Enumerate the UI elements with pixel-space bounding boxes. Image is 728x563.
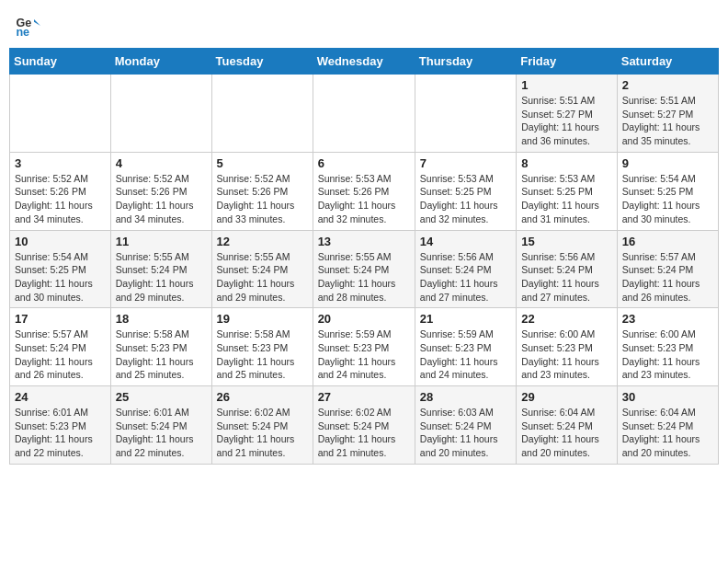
day-number: 29 — [521, 390, 612, 404]
calendar-cell: 23Sunrise: 6:00 AM Sunset: 5:23 PM Dayli… — [617, 308, 718, 386]
day-info: Sunrise: 5:56 AM Sunset: 5:24 PM Dayligh… — [420, 250, 511, 304]
calendar-cell: 17Sunrise: 5:57 AM Sunset: 5:24 PM Dayli… — [10, 308, 111, 386]
day-number: 25 — [116, 390, 207, 404]
calendar-cell: 13Sunrise: 5:55 AM Sunset: 5:24 PM Dayli… — [313, 230, 415, 308]
calendar-header-wednesday: Wednesday — [313, 49, 415, 75]
calendar-cell — [415, 75, 516, 153]
logo: Ge ne — [15, 13, 42, 39]
day-info: Sunrise: 5:55 AM Sunset: 5:24 PM Dayligh… — [217, 250, 308, 304]
day-number: 22 — [521, 312, 612, 326]
calendar-week-row: 1Sunrise: 5:51 AM Sunset: 5:27 PM Daylig… — [10, 75, 719, 153]
day-info: Sunrise: 6:02 AM Sunset: 5:24 PM Dayligh… — [217, 406, 308, 460]
calendar-week-row: 24Sunrise: 6:01 AM Sunset: 5:23 PM Dayli… — [10, 386, 719, 465]
calendar-cell: 7Sunrise: 5:53 AM Sunset: 5:25 PM Daylig… — [415, 152, 516, 230]
day-number: 10 — [15, 235, 106, 248]
calendar-cell — [313, 75, 415, 153]
calendar-cell: 20Sunrise: 5:59 AM Sunset: 5:23 PM Dayli… — [313, 308, 415, 386]
day-info: Sunrise: 5:52 AM Sunset: 5:26 PM Dayligh… — [217, 172, 308, 226]
day-number: 7 — [420, 156, 511, 170]
calendar-cell: 18Sunrise: 5:58 AM Sunset: 5:23 PM Dayli… — [110, 308, 211, 386]
day-info: Sunrise: 5:59 AM Sunset: 5:23 PM Dayligh… — [420, 327, 511, 382]
day-number: 27 — [318, 390, 410, 404]
calendar-cell: 4Sunrise: 5:52 AM Sunset: 5:26 PM Daylig… — [110, 152, 211, 230]
day-info: Sunrise: 6:00 AM Sunset: 5:23 PM Dayligh… — [622, 327, 713, 382]
day-number: 21 — [420, 312, 511, 326]
calendar-cell: 3Sunrise: 5:52 AM Sunset: 5:26 PM Daylig… — [10, 152, 111, 230]
calendar-cell: 11Sunrise: 5:55 AM Sunset: 5:24 PM Dayli… — [110, 230, 211, 308]
calendar-cell: 10Sunrise: 5:54 AM Sunset: 5:25 PM Dayli… — [10, 230, 111, 308]
day-info: Sunrise: 5:54 AM Sunset: 5:25 PM Dayligh… — [15, 250, 106, 304]
day-info: Sunrise: 5:51 AM Sunset: 5:27 PM Dayligh… — [521, 94, 612, 148]
calendar-cell: 29Sunrise: 6:04 AM Sunset: 5:24 PM Dayli… — [517, 386, 618, 465]
day-info: Sunrise: 5:53 AM Sunset: 5:25 PM Dayligh… — [420, 172, 511, 226]
day-number: 4 — [116, 156, 207, 170]
calendar-header-sunday: Sunday — [10, 49, 111, 75]
day-number: 6 — [318, 156, 410, 170]
calendar-cell: 1Sunrise: 5:51 AM Sunset: 5:27 PM Daylig… — [517, 75, 618, 153]
calendar-cell: 5Sunrise: 5:52 AM Sunset: 5:26 PM Daylig… — [211, 152, 313, 230]
day-info: Sunrise: 5:51 AM Sunset: 5:27 PM Dayligh… — [622, 94, 713, 148]
calendar-cell: 28Sunrise: 6:03 AM Sunset: 5:24 PM Dayli… — [415, 386, 516, 465]
calendar-cell: 19Sunrise: 5:58 AM Sunset: 5:23 PM Dayli… — [211, 308, 313, 386]
day-number: 19 — [217, 312, 308, 326]
day-number: 28 — [420, 390, 511, 404]
calendar-header-row: SundayMondayTuesdayWednesdayThursdayFrid… — [10, 49, 719, 75]
calendar-cell: 30Sunrise: 6:04 AM Sunset: 5:24 PM Dayli… — [617, 386, 718, 465]
calendar-cell: 15Sunrise: 5:56 AM Sunset: 5:24 PM Dayli… — [517, 230, 618, 308]
day-info: Sunrise: 5:57 AM Sunset: 5:24 PM Dayligh… — [622, 250, 713, 304]
day-info: Sunrise: 5:56 AM Sunset: 5:24 PM Dayligh… — [521, 250, 612, 304]
calendar-header-thursday: Thursday — [415, 49, 516, 75]
day-info: Sunrise: 5:58 AM Sunset: 5:23 PM Dayligh… — [116, 327, 207, 382]
calendar-cell: 26Sunrise: 6:02 AM Sunset: 5:24 PM Dayli… — [211, 386, 313, 465]
day-number: 26 — [217, 390, 308, 404]
day-number: 11 — [116, 235, 207, 248]
day-info: Sunrise: 5:52 AM Sunset: 5:26 PM Dayligh… — [15, 172, 106, 226]
calendar-cell: 21Sunrise: 5:59 AM Sunset: 5:23 PM Dayli… — [415, 308, 516, 386]
day-number: 23 — [622, 312, 713, 326]
calendar-week-row: 17Sunrise: 5:57 AM Sunset: 5:24 PM Dayli… — [10, 308, 719, 386]
day-info: Sunrise: 5:59 AM Sunset: 5:23 PM Dayligh… — [318, 327, 410, 382]
calendar-table: SundayMondayTuesdayWednesdayThursdayFrid… — [9, 48, 719, 465]
day-number: 3 — [15, 156, 106, 170]
calendar-cell: 25Sunrise: 6:01 AM Sunset: 5:24 PM Dayli… — [110, 386, 211, 465]
day-number: 24 — [15, 390, 106, 404]
day-number: 2 — [622, 78, 713, 92]
day-info: Sunrise: 6:04 AM Sunset: 5:24 PM Dayligh… — [622, 406, 713, 460]
calendar-cell: 16Sunrise: 5:57 AM Sunset: 5:24 PM Dayli… — [617, 230, 718, 308]
day-number: 30 — [622, 390, 713, 404]
day-info: Sunrise: 6:04 AM Sunset: 5:24 PM Dayligh… — [521, 406, 612, 460]
calendar-week-row: 3Sunrise: 5:52 AM Sunset: 5:26 PM Daylig… — [10, 152, 719, 230]
day-number: 8 — [521, 156, 612, 170]
calendar-header-tuesday: Tuesday — [211, 49, 313, 75]
day-number: 5 — [217, 156, 308, 170]
calendar-cell: 27Sunrise: 6:02 AM Sunset: 5:24 PM Dayli… — [313, 386, 415, 465]
calendar-cell: 22Sunrise: 6:00 AM Sunset: 5:23 PM Dayli… — [517, 308, 618, 386]
calendar-header-saturday: Saturday — [617, 49, 718, 75]
day-info: Sunrise: 5:53 AM Sunset: 5:25 PM Dayligh… — [521, 172, 612, 226]
day-number: 9 — [622, 156, 713, 170]
day-info: Sunrise: 6:01 AM Sunset: 5:24 PM Dayligh… — [116, 406, 207, 460]
logo-icon: Ge ne — [15, 13, 40, 39]
calendar-header-monday: Monday — [110, 49, 211, 75]
svg-text:ne: ne — [16, 26, 29, 39]
day-number: 18 — [116, 312, 207, 326]
day-info: Sunrise: 5:58 AM Sunset: 5:23 PM Dayligh… — [217, 327, 308, 382]
day-info: Sunrise: 5:57 AM Sunset: 5:24 PM Dayligh… — [15, 327, 106, 382]
day-info: Sunrise: 5:53 AM Sunset: 5:26 PM Dayligh… — [318, 172, 410, 226]
day-number: 16 — [622, 235, 713, 248]
day-info: Sunrise: 6:03 AM Sunset: 5:24 PM Dayligh… — [420, 406, 511, 460]
calendar-week-row: 10Sunrise: 5:54 AM Sunset: 5:25 PM Dayli… — [10, 230, 719, 308]
day-info: Sunrise: 6:00 AM Sunset: 5:23 PM Dayligh… — [521, 327, 612, 382]
day-info: Sunrise: 5:52 AM Sunset: 5:26 PM Dayligh… — [116, 172, 207, 226]
calendar-cell: 9Sunrise: 5:54 AM Sunset: 5:25 PM Daylig… — [617, 152, 718, 230]
svg-marker-2 — [34, 19, 40, 26]
calendar-cell: 24Sunrise: 6:01 AM Sunset: 5:23 PM Dayli… — [10, 386, 111, 465]
calendar-cell: 14Sunrise: 5:56 AM Sunset: 5:24 PM Dayli… — [415, 230, 516, 308]
day-number: 13 — [318, 235, 410, 248]
calendar-cell: 12Sunrise: 5:55 AM Sunset: 5:24 PM Dayli… — [211, 230, 313, 308]
day-info: Sunrise: 6:01 AM Sunset: 5:23 PM Dayligh… — [15, 406, 106, 460]
day-number: 1 — [521, 78, 612, 92]
day-info: Sunrise: 5:55 AM Sunset: 5:24 PM Dayligh… — [116, 250, 207, 304]
calendar-cell — [10, 75, 111, 153]
day-number: 15 — [521, 235, 612, 248]
